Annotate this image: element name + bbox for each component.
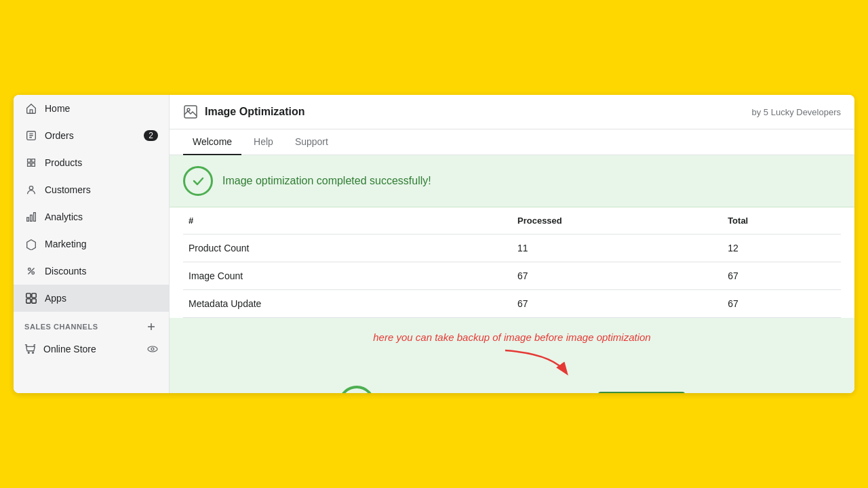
row-processed-product-count: 11 <box>512 235 722 262</box>
sidebar-item-home[interactable]: Home <box>14 95 169 122</box>
row-processed-image-count: 67 <box>512 262 722 290</box>
sidebar-item-customers-label: Customers <box>45 184 91 195</box>
products-icon <box>24 156 38 169</box>
row-total-image-count: 67 <box>722 262 841 290</box>
sales-channels-label: SALES CHANNELS <box>24 323 98 331</box>
full-backup-button[interactable]: Full Backup <box>597 392 686 393</box>
tab-support[interactable]: Support <box>285 129 338 155</box>
sidebar-item-orders[interactable]: Orders 2 <box>14 122 169 149</box>
nav-tabs: Welcome Help Support <box>170 129 854 155</box>
row-processed-metadata: 67 <box>512 290 722 318</box>
app-by-label: by 5 Lucky Developers <box>751 107 841 117</box>
sidebar-item-apps[interactable]: Apps <box>14 285 169 312</box>
svg-rect-9 <box>26 299 31 303</box>
col-header-total: Total <box>722 207 841 235</box>
sidebar-item-marketing-label: Marketing <box>45 239 86 249</box>
annotation-text: here you can take backup of image before… <box>373 331 650 343</box>
svg-point-5 <box>28 268 31 271</box>
row-total-product-count: 12 <box>722 235 841 262</box>
row-label-image-count: Image Count <box>183 262 512 290</box>
orders-badge: 2 <box>144 130 158 141</box>
stats-table: # Processed Total Product Count 11 12 Im… <box>183 207 841 318</box>
bottom-section: here you can take backup of image before… <box>170 318 854 393</box>
main-content: Image Optimization by 5 Lucky Developers… <box>170 95 854 393</box>
svg-point-6 <box>32 272 35 274</box>
table-row: Product Count 11 12 <box>183 235 841 262</box>
svg-point-11 <box>28 352 29 354</box>
analytics-icon <box>24 210 38 224</box>
home-icon <box>24 102 38 115</box>
online-store-label: Online Store <box>43 344 96 354</box>
sidebar: Home Orders 2 Products <box>14 95 170 393</box>
sidebar-item-discounts-label: Discounts <box>45 266 86 277</box>
svg-rect-2 <box>27 218 29 221</box>
discounts-icon <box>24 264 38 278</box>
row-total-metadata: 67 <box>722 290 841 318</box>
customers-icon <box>24 183 38 197</box>
image-optimization-icon <box>183 104 198 119</box>
content-area: Image optimization completed successfull… <box>170 155 854 393</box>
app-title: Image Optimization <box>205 106 305 118</box>
eye-icon[interactable] <box>147 344 158 354</box>
col-header-hash: # <box>183 207 512 235</box>
sidebar-item-apps-label: Apps <box>45 293 66 304</box>
table-row: Metadata Update 67 67 <box>183 290 841 318</box>
sidebar-item-online-store[interactable]: Online Store <box>14 338 169 361</box>
svg-rect-7 <box>26 293 31 298</box>
sidebar-item-products-label: Products <box>45 157 82 168</box>
svg-rect-4 <box>34 213 36 222</box>
sales-channels-section: SALES CHANNELS <box>14 312 169 338</box>
svg-rect-8 <box>32 293 36 298</box>
tab-help[interactable]: Help <box>244 129 283 155</box>
app-header: Image Optimization by 5 Lucky Developers <box>170 95 854 129</box>
bottom-row: Following Products are optimized: Full B… <box>338 386 686 393</box>
table-row: Image Count 67 67 <box>183 262 841 290</box>
row-label-metadata-update: Metadata Update <box>183 290 512 318</box>
sidebar-item-products[interactable]: Products <box>14 149 169 176</box>
marketing-icon <box>24 237 38 251</box>
svg-point-13 <box>148 346 157 352</box>
tab-welcome[interactable]: Welcome <box>183 129 241 155</box>
apps-icon <box>24 291 38 305</box>
svg-rect-3 <box>31 215 33 221</box>
arrow-annotation-icon <box>498 347 580 378</box>
top-banner: Image optimization completed successfull… <box>170 155 854 207</box>
sidebar-item-discounts[interactable]: Discounts <box>14 258 169 285</box>
svg-rect-10 <box>32 299 36 303</box>
online-store-icon <box>24 343 37 355</box>
row-label-product-count: Product Count <box>183 235 512 262</box>
sidebar-item-home-label: Home <box>45 103 70 114</box>
col-header-processed: Processed <box>512 207 722 235</box>
app-header-left: Image Optimization <box>183 104 305 119</box>
svg-point-12 <box>33 352 34 354</box>
orders-icon <box>24 129 38 142</box>
svg-point-14 <box>151 348 154 350</box>
add-sales-channel-button[interactable] <box>144 320 158 333</box>
sidebar-item-orders-label: Orders <box>45 130 74 141</box>
top-check-circle <box>183 166 213 196</box>
svg-point-1 <box>29 186 33 190</box>
sidebar-item-analytics-label: Analytics <box>45 211 83 222</box>
svg-rect-15 <box>184 106 197 118</box>
sidebar-item-marketing[interactable]: Marketing <box>14 230 169 258</box>
top-banner-text: Image optimization completed successfull… <box>222 175 431 187</box>
sidebar-item-customers[interactable]: Customers <box>14 176 169 203</box>
table-wrapper: # Processed Total Product Count 11 12 Im… <box>170 207 854 318</box>
bottom-check-circle <box>338 386 375 393</box>
sidebar-item-analytics[interactable]: Analytics <box>14 203 169 230</box>
